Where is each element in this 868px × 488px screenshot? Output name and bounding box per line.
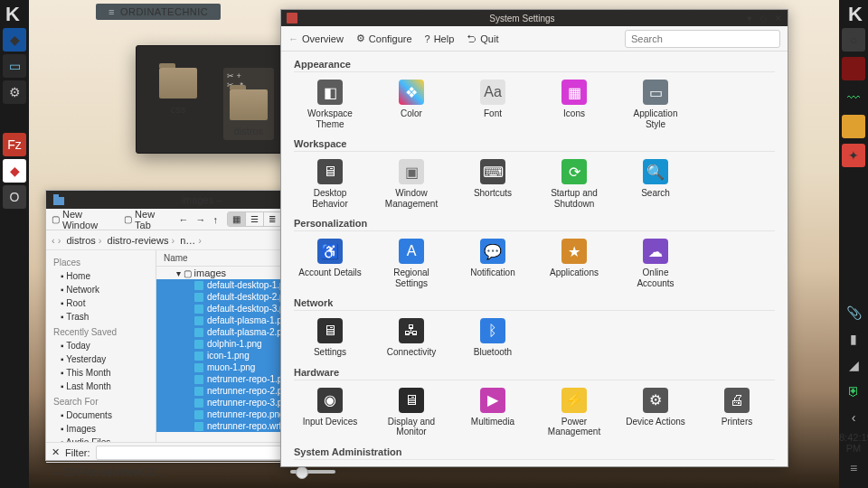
settings-item-input-devices[interactable]: ◉Input Devices bbox=[297, 388, 363, 437]
settings-item-icon: 🖨 bbox=[724, 388, 750, 413]
section-header: Network bbox=[294, 290, 775, 311]
image-file-icon bbox=[194, 305, 203, 314]
panel-left: K ◆ ▭ ⚙ Fz ◆ O bbox=[0, 0, 29, 488]
settings-item-workspace-theme[interactable]: ◧Workspace Theme bbox=[297, 80, 363, 129]
zoom-slider[interactable] bbox=[290, 470, 335, 474]
settings-item-printers[interactable]: 🖨Printers bbox=[704, 388, 769, 437]
sidebar-item[interactable]: ▪ Images bbox=[46, 422, 156, 436]
sidebar-item[interactable]: ▪ Home bbox=[46, 269, 156, 283]
sidebar-item[interactable]: ▪ Network bbox=[46, 283, 156, 296]
quit-button[interactable]: ⮌ Quit bbox=[467, 33, 498, 44]
settings-item-search[interactable]: 🔍Search bbox=[623, 159, 688, 209]
taskbar-item[interactable]: O bbox=[3, 185, 26, 209]
kde-logo-icon[interactable]: K bbox=[5, 3, 20, 26]
tray-battery-icon[interactable]: ▮ bbox=[842, 327, 865, 351]
crumb[interactable]: n… bbox=[180, 235, 202, 246]
taskbar-item[interactable]: ⚙ bbox=[3, 80, 26, 104]
sidebar-item[interactable]: ▪ Trash bbox=[46, 310, 156, 324]
panel-right: K ○ 〰 ✦ 📎 ▮ ◢ ⛨ ‹ 8:42:19PM ≡ bbox=[839, 0, 868, 488]
image-file-icon bbox=[194, 328, 203, 337]
new-window-button[interactable]: ▢ New Window bbox=[52, 209, 115, 230]
crumb[interactable]: distros bbox=[66, 235, 101, 246]
section-header: Hardware bbox=[294, 360, 775, 380]
settings-item-bluetooth[interactable]: ᛒBluetooth bbox=[460, 318, 525, 358]
sidebar-item[interactable]: ▪ Today bbox=[46, 339, 156, 352]
tray-wifi-icon[interactable]: ◢ bbox=[842, 353, 865, 377]
folder-css[interactable]: css bbox=[153, 68, 203, 140]
taskbar-item[interactable]: ▭ bbox=[3, 54, 26, 78]
settings-item-shortcuts[interactable]: ⌨Shortcuts bbox=[460, 159, 525, 209]
section-header: System Administration bbox=[294, 439, 775, 460]
image-file-icon bbox=[194, 316, 203, 325]
tray-activity-icon[interactable]: 〰 bbox=[842, 86, 865, 109]
back-button[interactable]: ← bbox=[178, 214, 188, 225]
settings-item-desktop-behavior[interactable]: 🖥Desktop Behavior bbox=[297, 159, 363, 209]
settings-item-applications[interactable]: ★Applications bbox=[542, 239, 607, 288]
taskbar-item[interactable] bbox=[3, 107, 26, 130]
settings-item-regional-settings[interactable]: ARegional Settings bbox=[379, 239, 444, 288]
view-mode-toggle[interactable]: ▦ ☰ ≣ bbox=[227, 211, 282, 227]
search-input[interactable] bbox=[625, 30, 780, 48]
svg-rect-1 bbox=[53, 194, 59, 197]
settings-item-display-and-monitor[interactable]: 🖥Display and Monitor bbox=[379, 388, 444, 437]
tray-icon[interactable] bbox=[842, 57, 865, 80]
settings-item-icons[interactable]: ▦Icons bbox=[542, 80, 607, 129]
taskbar-item[interactable]: Fz bbox=[3, 133, 26, 156]
launcher-icon[interactable]: ◆ bbox=[3, 28, 26, 52]
forward-button[interactable]: → bbox=[195, 214, 205, 225]
settings-item-icon: ☁ bbox=[643, 239, 668, 264]
tray-shield-icon[interactable]: ⛨ bbox=[842, 380, 865, 403]
settings-titlebar[interactable]: System Settings ▾ ◇ ✕ bbox=[281, 10, 788, 26]
tray-icon[interactable]: ○ bbox=[842, 28, 865, 52]
sidebar-item[interactable]: ▪ Root bbox=[46, 296, 156, 310]
tray-icon[interactable] bbox=[842, 115, 865, 138]
close-icon[interactable]: ✕ bbox=[52, 446, 60, 458]
view-icons-icon[interactable]: ▦ bbox=[228, 212, 246, 226]
settings-item-window-management[interactable]: ▣Window Management bbox=[379, 159, 444, 209]
settings-item-icon: ▭ bbox=[643, 80, 668, 105]
settings-item-online-accounts[interactable]: ☁Online Accounts bbox=[623, 239, 688, 288]
settings-item-notification[interactable]: 💬Notification bbox=[460, 239, 525, 288]
crumb[interactable]: distro-reviews bbox=[108, 235, 175, 246]
tray-clip-icon[interactable]: 📎 bbox=[842, 301, 865, 324]
status-expand-icon[interactable]: ⌄ bbox=[53, 465, 61, 477]
settings-item-device-actions[interactable]: ⚙Device Actions bbox=[623, 388, 688, 437]
settings-item-color[interactable]: ❖Color bbox=[379, 80, 444, 129]
kde-logo-icon[interactable]: K bbox=[848, 3, 863, 26]
settings-item-power-management[interactable]: ⚡Power Management bbox=[542, 388, 607, 437]
settings-item-multimedia[interactable]: ▶Multimedia bbox=[460, 388, 525, 437]
sidebar-item[interactable]: ▪ This Month bbox=[46, 366, 156, 380]
svg-rect-0 bbox=[53, 197, 64, 205]
settings-item-startup-and-shutdown[interactable]: ⟳Startup and Shutdown bbox=[542, 159, 607, 209]
settings-item-account-details[interactable]: ♿Account Details bbox=[297, 239, 363, 288]
settings-item-settings[interactable]: 🖥Settings bbox=[297, 318, 363, 358]
overview-button[interactable]: ← Overview bbox=[288, 33, 344, 44]
up-button[interactable]: ↑ bbox=[212, 214, 218, 225]
view-list-icon[interactable]: ☰ bbox=[246, 212, 264, 226]
app-icon bbox=[287, 13, 297, 23]
settings-item-font[interactable]: AaFont bbox=[460, 80, 525, 129]
new-tab-button[interactable]: ▢ New Tab bbox=[124, 209, 169, 230]
tray-expand-icon[interactable]: ‹ bbox=[842, 406, 865, 429]
tray-icon[interactable]: ✦ bbox=[842, 144, 865, 167]
minimize-icon[interactable]: ▾ bbox=[747, 13, 752, 24]
tray-menu-icon[interactable]: ≡ bbox=[842, 456, 865, 480]
sidebar-item[interactable]: ▪ Last Month bbox=[46, 380, 156, 393]
tray-clock[interactable]: 8:42:19PM bbox=[839, 432, 868, 454]
folder-distros[interactable]: ✂ +✂ ↗distros bbox=[223, 68, 274, 140]
taskbar-item[interactable]: ◆ bbox=[3, 159, 26, 183]
system-settings-window: System Settings ▾ ◇ ✕ ← Overview ⚙ Confi… bbox=[280, 9, 788, 467]
sidebar-item[interactable]: ▪ Audio Files bbox=[46, 436, 156, 442]
settings-item-icon: ⟳ bbox=[561, 159, 587, 184]
settings-item-icon: 🖧 bbox=[399, 318, 424, 343]
settings-item-application-style[interactable]: ▭Application Style bbox=[623, 80, 688, 129]
maximize-icon[interactable]: ◇ bbox=[760, 13, 767, 24]
sidebar-item[interactable]: ▪ Yesterday bbox=[46, 352, 156, 366]
settings-item-connectivity[interactable]: 🖧Connectivity bbox=[379, 318, 444, 358]
help-button[interactable]: ? Help bbox=[425, 33, 455, 44]
configure-button[interactable]: ⚙ Configure bbox=[356, 33, 412, 44]
sidebar-item[interactable]: ▪ Documents bbox=[46, 408, 156, 422]
image-file-icon bbox=[194, 399, 203, 408]
close-icon[interactable]: ✕ bbox=[774, 13, 782, 24]
view-tree-icon[interactable]: ≣ bbox=[264, 212, 281, 226]
